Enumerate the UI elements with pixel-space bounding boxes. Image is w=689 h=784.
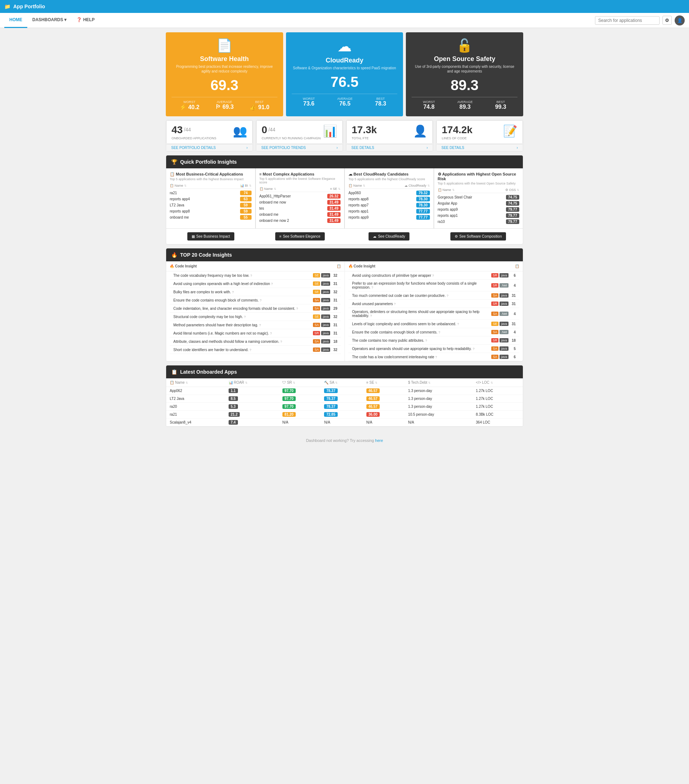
- fte-link[interactable]: SEE DETAILS ›: [346, 144, 433, 151]
- table-row: App062 1.1 97.70 78.37 46.57 1.3 person-…: [166, 387, 523, 395]
- oss-footer-btn: ⚙ See Software Composition: [434, 229, 523, 244]
- insights-col-bi: 📋 Most Business-Critical Applications To…: [166, 168, 255, 228]
- app-name: LT2 Java: [166, 395, 225, 403]
- latest-apps-section: 📋 Latest Onboarded Apps 📋 Name ⇅ 📊 ROAR …: [166, 365, 523, 427]
- se-btn-icon: ≡: [280, 234, 282, 238]
- app-sr: N/A: [279, 418, 321, 427]
- sh-average: AVERAGE 🏳 69.3: [215, 100, 234, 110]
- cr-average: AVERAGE 76.5: [337, 97, 353, 107]
- onboarded-value: 43: [171, 124, 183, 135]
- code-left-col: The code vocabulary frequency may be too…: [166, 272, 344, 361]
- cr-footer-btn: ☁ See CloudReady: [344, 229, 434, 244]
- list-item: ra1079.77: [438, 219, 520, 225]
- cr-worst: WORST 73.6: [303, 97, 315, 107]
- list-item: reports app859: [170, 208, 252, 214]
- user-avatar[interactable]: 👤: [675, 15, 685, 25]
- latest-apps-icon: 📋: [171, 369, 177, 375]
- oss-col-title: ⚙ Applications with Highest Open Source …: [438, 172, 520, 181]
- see-software-elegance-button[interactable]: ≡ See Software Elegance: [275, 232, 325, 240]
- app-se: 46.57: [363, 403, 405, 411]
- app-loc: 1.27k LOC: [472, 387, 523, 395]
- see-software-composition-button[interactable]: ⚙ See Software Composition: [451, 232, 506, 240]
- oss-col-subtitle: Top 5 applications with the lowest Open …: [438, 182, 520, 185]
- se-footer-btn: ≡ See Software Elegance: [255, 229, 345, 244]
- app-sa: 78.37: [321, 403, 362, 411]
- th-tech-debt[interactable]: $ Tech.Debt ⇅: [405, 378, 472, 387]
- cr-best: BEST 78.3: [375, 97, 386, 107]
- stat-onboarded: 43 /44 ONBOARDED APPLICATIONS 👥 SEE PORT…: [166, 120, 253, 152]
- insights-col-oss: ⚙ Applications with Highest Open Source …: [434, 168, 523, 228]
- nav-dashboards[interactable]: DASHBOARDS ▾: [27, 13, 71, 28]
- filter-button[interactable]: ⚙: [663, 16, 672, 25]
- table-row: ra21 21.2 81.20 72.85 36.00 10.5 person-…: [166, 411, 523, 418]
- loc-link[interactable]: SEE DETAILS ›: [436, 144, 523, 151]
- list-item: Ensure the code contains enough block of…: [170, 296, 341, 305]
- oss-card: 🔓 Open Source Safety Use of 3rd-party co…: [406, 32, 523, 116]
- latest-apps-table: 📋 Name ⇅ 📊 ROAR ⇅ 🛡 SR ⇅ 🔨 SA ⇅ ≡ SE ⇅ $…: [166, 378, 523, 427]
- cr-table-header: 📋 Name ⇅ ☁ CloudReady ⇅: [349, 184, 430, 189]
- onboarded-icon: 👥: [233, 124, 247, 138]
- app-roar: 21.2: [225, 411, 279, 418]
- nav-help[interactable]: ❓ HELP: [71, 13, 99, 28]
- list-item: reports app878.30: [349, 196, 430, 202]
- see-business-impact-button[interactable]: ▦ See Business Impact: [187, 232, 234, 240]
- th-se[interactable]: ≡ SE ⇅: [363, 378, 405, 387]
- app-name: Scalajan8_v4: [166, 418, 225, 427]
- oss-worst: WORST 74.8: [423, 100, 435, 110]
- see-cloudready-button[interactable]: ☁ See CloudReady: [368, 232, 409, 240]
- app-name: ra20: [166, 403, 225, 411]
- fte-arrow-icon: ›: [427, 146, 428, 150]
- th-loc[interactable]: </> LOC ⇅: [472, 378, 523, 387]
- fte-value: 17.3k: [352, 124, 377, 136]
- th-sa[interactable]: 🔨 SA ⇅: [321, 378, 362, 387]
- code-insights-section: 🔥 TOP 20 Code Insights 🔥 Code Insight 📋 …: [166, 248, 523, 361]
- list-item: ra2174: [170, 190, 252, 196]
- onboarded-sub: /44: [184, 127, 191, 132]
- table-row: LT2 Java 8.5 97.70 78.37 46.57 1.3 perso…: [166, 395, 523, 403]
- sh-worst: WORST ⚡ 40.2: [179, 100, 199, 110]
- nav-home[interactable]: HOME: [4, 13, 27, 28]
- list-item: LT2 Java59: [170, 202, 252, 208]
- campaign-link[interactable]: SEE PORTFOLIO TRENDS ›: [256, 144, 343, 151]
- insights-col-cr: ☁ Best CloudReady Candidates Top 5 appli…: [344, 168, 434, 228]
- code-table-headers: 🔥 Code Insight 📋 🔥 Code Insight 📋: [166, 261, 523, 272]
- list-item: reports app977.77: [349, 214, 430, 221]
- onboarded-link[interactable]: SEE PORTFOLIO DETAILS ›: [166, 144, 253, 151]
- software-health-card: 📄 Software Health Programming best pract…: [166, 32, 283, 116]
- app-debt: 1.3 person-day: [405, 387, 472, 395]
- code-right-col: Avoid using constructors of primitive ty…: [344, 272, 523, 361]
- list-item: tes31.49: [260, 205, 341, 211]
- list-item: reports app463: [170, 196, 252, 202]
- oss-stats: WORST 74.8 AVERAGE 89.3 BEST 99.3: [412, 97, 518, 110]
- list-item: Short code identifiers are harder to und…: [170, 346, 341, 354]
- campaign-value: 0: [261, 124, 267, 135]
- code-left-header: 🔥 Code Insight 📋: [166, 261, 345, 271]
- th-name[interactable]: 📋 Name ⇅: [166, 378, 225, 387]
- app-roar: 1.1: [225, 387, 279, 395]
- insights-grid: 📋 Most Business-Critical Applications To…: [166, 168, 523, 228]
- footer: Dashboard not working? Try accessing her…: [0, 435, 689, 446]
- th-sr[interactable]: 🛡 SR ⇅: [279, 378, 321, 387]
- cloudready-score: 76.5: [292, 74, 398, 90]
- quick-insights-section: 🏆 Quick Portfolio Insights 📋 Most Busine…: [166, 155, 523, 244]
- footer-link[interactable]: here: [375, 438, 383, 443]
- th-roar[interactable]: 📊 ROAR ⇅: [225, 378, 279, 387]
- onboarded-label: ONBOARDED APPLICATIONS: [171, 137, 216, 140]
- loc-icon: 📝: [503, 124, 518, 138]
- app-sa: 78.37: [321, 395, 362, 403]
- fte-icon: 👤: [413, 124, 428, 138]
- search-input[interactable]: [595, 16, 659, 25]
- app-sa: N/A: [321, 418, 362, 427]
- list-item: Avoid using constructors of primitive ty…: [349, 272, 519, 280]
- list-item: Operators and operands should use approp…: [349, 344, 519, 353]
- list-item: onboard me now31.49: [260, 199, 341, 205]
- list-item: Code indentation, line, and character en…: [170, 305, 341, 313]
- code-insights-title: TOP 20 Code Insights: [180, 252, 232, 258]
- list-item: Operators, delimiters or structuring ite…: [349, 308, 519, 320]
- app-sr: 97.70: [279, 403, 321, 411]
- app-loc: 364 LOC: [472, 418, 523, 427]
- list-item: Avoid literal numbers (i.e. Magic number…: [170, 329, 341, 338]
- bi-col-title: 📋 Most Business-Critical Applications: [170, 172, 252, 176]
- list-item: onboard me now 231.49: [260, 217, 341, 224]
- oss-score: 89.3: [412, 77, 518, 93]
